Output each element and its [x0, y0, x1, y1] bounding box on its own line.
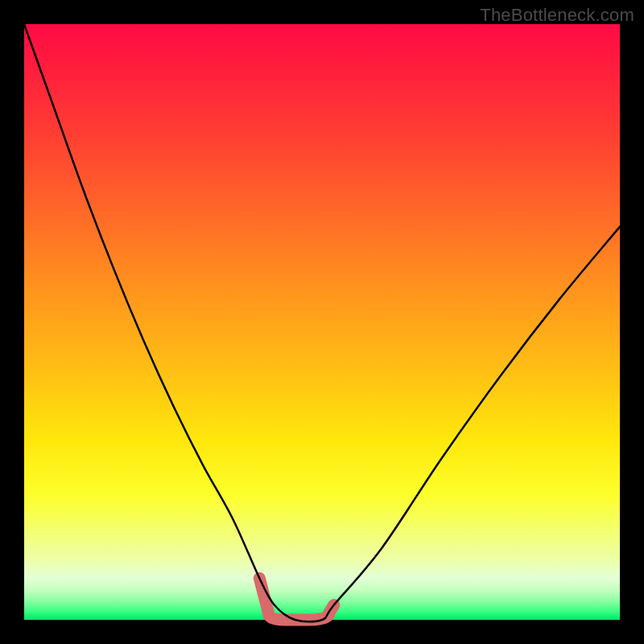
chart-frame: TheBottleneck.com	[0, 0, 644, 644]
bottleneck-curve	[24, 24, 620, 621]
curve-svg	[24, 24, 620, 620]
plot-area	[24, 24, 620, 620]
watermark-text: TheBottleneck.com	[480, 5, 634, 26]
